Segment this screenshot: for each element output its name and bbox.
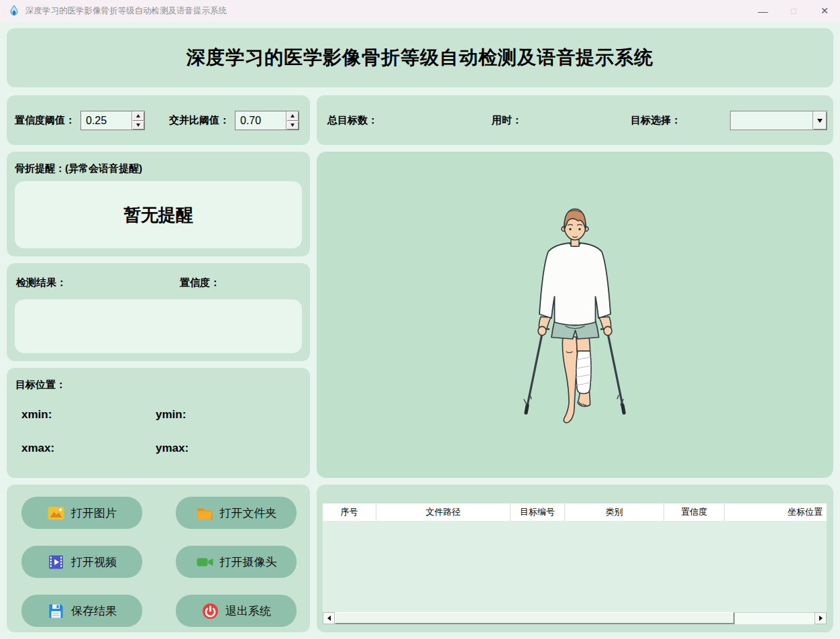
iou-spin-up-button[interactable] [286, 111, 299, 121]
column-header-category: 类别 [565, 503, 664, 521]
target-position-panel: 目标位置： xmin: ymin: xmax: ymax: [7, 368, 310, 478]
open-camera-label: 打开摄像头 [220, 554, 277, 570]
confidence-threshold-spinbox [81, 111, 145, 130]
chevron-down-icon [817, 119, 823, 123]
minimize-icon: — [758, 5, 768, 17]
open-video-label: 打开视频 [71, 554, 117, 570]
open-video-button[interactable]: 打开视频 [21, 546, 142, 578]
elapsed-time-label: 用时： [492, 114, 522, 127]
thresholds-panel: 置信度阈值： 交并比阈值： [7, 95, 310, 145]
maximize-button[interactable]: □ [778, 0, 809, 21]
camera-icon [196, 553, 214, 571]
target-position-label: 目标位置： [15, 379, 66, 391]
folder-icon [196, 504, 214, 522]
page-title: 深度学习的医学影像骨折等级自动检测及语音提示系统 [187, 45, 653, 70]
results-table-panel: 序号 文件路径 目标编号 类别 置信度 坐标位置 [317, 485, 833, 632]
action-buttons-panel: 打开图片 打开文件夹 打开视频 打开摄像头 [7, 485, 310, 632]
head [562, 209, 588, 246]
confidence-spin-down-button[interactable] [132, 121, 144, 130]
confidence-spinner [132, 111, 144, 130]
save-results-label: 保存结果 [71, 603, 117, 619]
target-select-label: 目标选择： [631, 114, 681, 127]
xmin-label: xmin: [21, 408, 56, 422]
t-shirt [539, 243, 611, 326]
fracture-alert-box: 暂无提醒 [15, 181, 302, 248]
close-button[interactable]: × [809, 0, 840, 21]
fracture-alert-label: 骨折提醒：(异常会语音提醒) [15, 162, 142, 175]
maximize-icon: □ [791, 6, 796, 16]
arrow-up-icon [136, 114, 140, 117]
column-header-filepath: 文件路径 [376, 503, 511, 521]
column-header-target-id: 目标编号 [511, 503, 565, 521]
fracture-alert-message: 暂无提醒 [123, 203, 193, 227]
detection-result-box [15, 299, 302, 353]
confidence-spin-up-button[interactable] [132, 111, 144, 121]
film-icon [47, 553, 65, 571]
detection-result-label: 检测结果： [16, 277, 66, 289]
iou-spin-down-button[interactable] [286, 121, 299, 130]
iou-spinner [286, 111, 299, 130]
scrollbar-track[interactable] [735, 612, 815, 624]
close-icon: × [821, 3, 828, 18]
iou-threshold-spinbox [235, 111, 299, 130]
scroll-left-button[interactable] [323, 612, 335, 624]
combobox-dropdown-button[interactable] [812, 111, 827, 130]
table-header-row: 序号 文件路径 目标编号 类别 置信度 坐标位置 [323, 503, 827, 521]
header-panel: 深度学习的医学影像骨折等级自动检测及语音提示系统 [7, 28, 833, 87]
total-targets-label: 总目标数： [327, 114, 378, 127]
detection-result-panel: 检测结果： 置信度： [7, 263, 310, 361]
iou-threshold-input[interactable] [235, 111, 286, 130]
arrow-left-icon [327, 616, 331, 621]
floppy-disk-icon [47, 602, 65, 620]
open-image-button[interactable]: 打开图片 [21, 497, 142, 529]
table-body [323, 521, 827, 612]
ymin-label: ymin: [156, 408, 190, 422]
open-camera-button[interactable]: 打开摄像头 [176, 546, 297, 578]
scroll-right-button[interactable] [815, 612, 827, 624]
exit-system-button[interactable]: 退出系统 [176, 595, 297, 627]
column-header-confidence: 置信度 [664, 503, 725, 521]
window-controls: — □ × [747, 0, 840, 21]
power-icon [201, 602, 219, 620]
image-display-panel [317, 152, 833, 478]
horizontal-scrollbar [323, 612, 827, 624]
target-select-value [731, 111, 812, 130]
minimize-button[interactable]: — [747, 0, 778, 21]
results-table: 序号 文件路径 目标编号 类别 置信度 坐标位置 [323, 503, 827, 612]
ymax-label: ymax: [156, 442, 193, 455]
save-results-button[interactable]: 保存结果 [21, 595, 142, 627]
xmax-label: xmax: [21, 442, 58, 455]
app-icon [9, 5, 19, 17]
arrow-up-icon [291, 114, 295, 117]
iou-threshold-label: 交并比阈值： [169, 114, 229, 127]
fracture-alert-panel: 骨折提醒：(异常会语音提醒) 暂无提醒 [7, 152, 310, 256]
exit-system-label: 退出系统 [225, 603, 271, 619]
arrow-down-icon [291, 124, 295, 127]
open-image-label: 打开图片 [71, 505, 117, 521]
result-confidence-label: 置信度： [180, 277, 220, 289]
legs [562, 337, 591, 423]
confidence-threshold-label: 置信度阈值： [15, 114, 75, 127]
window-titlebar: 深度学习的医学影像骨折等级自动检测及语音提示系统 — □ × [0, 0, 840, 21]
patient-crutches-illustration [523, 208, 627, 426]
scrollbar-thumb[interactable] [335, 612, 735, 624]
open-folder-button[interactable]: 打开文件夹 [176, 497, 297, 529]
image-icon [47, 504, 65, 522]
arrow-right-icon [819, 616, 823, 621]
open-folder-label: 打开文件夹 [220, 505, 277, 521]
target-select-combobox[interactable] [730, 111, 827, 130]
column-header-index: 序号 [323, 503, 376, 521]
column-header-coordinates: 坐标位置 [725, 503, 827, 521]
confidence-threshold-input[interactable] [81, 111, 132, 130]
window-title: 深度学习的医学影像骨折等级自动检测及语音提示系统 [25, 5, 227, 17]
summary-panel: 总目标数： 用时： 目标选择： [317, 95, 833, 145]
arrow-down-icon [136, 124, 140, 127]
